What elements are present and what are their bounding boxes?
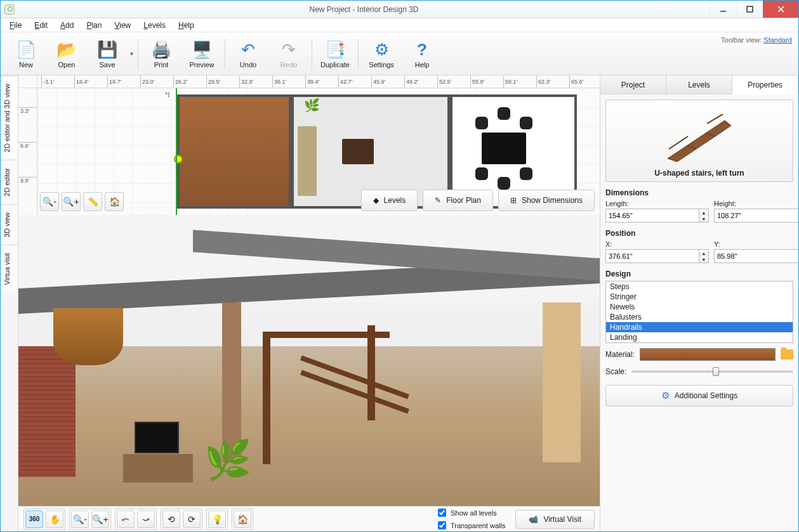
preview-label: Preview (189, 61, 214, 68)
titlebar: New Project - Interior Design 3D (1, 1, 798, 18)
home-button[interactable]: 🏠 (105, 192, 124, 211)
furniture-cabinet[interactable] (342, 139, 374, 164)
undo-button[interactable]: ↶Undo (228, 35, 268, 73)
furniture-chair[interactable] (520, 117, 532, 129)
design-list-item[interactable]: Balusters (606, 312, 793, 322)
transparent-walls-checkbox[interactable]: Transparent walls (435, 519, 505, 531)
showdim-button[interactable]: ⊞Show Dimensions (498, 190, 595, 211)
ruler-vertical[interactable]: 3.3'6.6'9.8' (18, 88, 37, 215)
2d-editor-pane[interactable]: 3.3'6.6'9.8' 🌿 2 (18, 88, 600, 215)
open-button[interactable]: 📂Open (46, 35, 87, 73)
minimize-button[interactable] (710, 1, 736, 18)
menu-plan[interactable]: Plan (81, 20, 107, 31)
additional-settings-button[interactable]: ⚙Additional Settings (605, 385, 793, 406)
pan-button[interactable]: ✋ (46, 510, 63, 528)
show-all-levels-input[interactable] (438, 509, 446, 517)
browse-material-button[interactable] (781, 349, 793, 360)
home-3d-button[interactable]: 🏠 (234, 510, 251, 528)
virtual-visit-button[interactable]: 📹Virtual Visit (515, 510, 595, 529)
show-all-levels-checkbox[interactable]: Show all levels (435, 507, 505, 519)
scale-slider[interactable] (631, 370, 793, 373)
furniture-chair[interactable] (498, 107, 510, 120)
display-options: Show all levels Transparent walls (435, 507, 505, 531)
slider-thumb[interactable] (713, 367, 719, 376)
rotate-ccw-icon: ⤺ (122, 514, 129, 524)
design-parts-list[interactable]: StepsStringerNewelsBalustersHandrailsLan… (605, 281, 793, 343)
tab-virtual-visit[interactable]: Virtua visit (1, 245, 18, 293)
save-button[interactable]: 💾Save (87, 35, 128, 73)
panel-tab-properties[interactable]: Properties (732, 75, 798, 94)
tab-2d-editor[interactable]: 2D editor (1, 160, 18, 204)
ruler-tick: 29.5' (206, 75, 220, 88)
furniture-plant[interactable]: 🌿 (304, 98, 320, 113)
panel-tab-project[interactable]: Project (600, 75, 666, 94)
furniture-chair[interactable] (475, 167, 488, 180)
redo-button[interactable]: ↷Redo (268, 35, 309, 73)
menu-help[interactable]: Help (173, 20, 199, 31)
menu-edit[interactable]: Edit (29, 20, 53, 31)
spin-down-icon[interactable]: ▼ (699, 256, 708, 263)
maximize-button[interactable] (736, 1, 763, 18)
tab-3d-view[interactable]: 3D view (1, 204, 18, 245)
menu-file[interactable]: File (4, 20, 27, 31)
orbit360-button[interactable]: 360 (25, 510, 43, 528)
menu-view[interactable]: View (109, 20, 136, 31)
menubar: File Edit Add Plan View Levels Help (1, 18, 798, 32)
zoom-out-3d-button[interactable]: 🔍- (71, 510, 89, 528)
preview-button[interactable]: 🖥️Preview (182, 35, 222, 73)
rotate-cw-button[interactable]: ⤻ (137, 510, 155, 528)
close-button[interactable] (763, 1, 798, 18)
height-input[interactable]: ▲▼ (714, 209, 798, 223)
tilt-down-button[interactable]: ⟳ (183, 510, 201, 528)
settings-button[interactable]: ⚙Settings (361, 35, 402, 73)
menu-add[interactable]: Add (55, 20, 79, 31)
furniture-chair[interactable] (475, 117, 488, 129)
y-input[interactable]: ▲▼ (714, 249, 798, 263)
panel-tab-levels[interactable]: Levels (666, 75, 732, 94)
levels-button[interactable]: ◆Levels (361, 190, 418, 211)
menu-levels[interactable]: Levels (138, 20, 171, 31)
floorplan-button[interactable]: ✎Floor Plan (423, 190, 493, 211)
zoom-in-button[interactable]: 🔍+ (62, 192, 81, 211)
transparent-walls-input[interactable] (438, 521, 446, 529)
save-dropdown[interactable]: ▾ (128, 35, 135, 73)
tab-2d-3d[interactable]: 2D editor and 3D view (1, 75, 18, 160)
zoom-out-icon: 🔍- (43, 197, 56, 207)
x-input[interactable]: ▲▼ (605, 249, 709, 263)
new-button[interactable]: 📄New (6, 35, 46, 73)
lighting-group: 💡 (206, 509, 228, 530)
spin-down-icon[interactable]: ▼ (699, 216, 708, 222)
design-list-item[interactable]: Landing (606, 332, 793, 342)
furniture-sofa[interactable] (298, 126, 317, 196)
measure-button[interactable]: 📏 (83, 192, 102, 211)
spin-up-icon[interactable]: ▲ (699, 250, 708, 256)
toolbar-view-link[interactable]: Standard (763, 36, 792, 44)
furniture-chair[interactable] (520, 167, 532, 180)
design-list-item[interactable]: Stringer (606, 292, 793, 302)
zoom-out-button[interactable]: 🔍- (40, 192, 59, 211)
print-button[interactable]: 🖨️Print (141, 35, 182, 73)
furniture-tv (135, 422, 179, 453)
design-list-item[interactable]: Steps (606, 282, 793, 292)
lighting-button[interactable]: 💡 (208, 510, 226, 528)
material-swatch[interactable] (640, 348, 776, 361)
duplicate-button[interactable]: 📑Duplicate (315, 35, 355, 73)
furniture-chair[interactable] (498, 177, 510, 190)
svg-rect-1 (747, 6, 753, 12)
length-input[interactable]: ▲▼ (605, 209, 709, 223)
design-list-item[interactable]: Newels (606, 302, 793, 312)
ruler-tick: 62.3' (536, 75, 550, 88)
spin-up-icon[interactable]: ▲ (699, 209, 708, 216)
furniture-table[interactable] (482, 133, 526, 164)
help-button[interactable]: ?Help (402, 35, 442, 73)
zoom-in-3d-button[interactable]: 🔍+ (91, 510, 109, 528)
tilt-up-button[interactable]: ⟲ (162, 510, 180, 528)
ruler-h-track[interactable]: -3.1'16.4'19.7'23.0'26.2'29.5'32.8'36.1'… (37, 75, 600, 88)
rotate-ccw-button[interactable]: ⤺ (117, 510, 135, 528)
guide-line-vertical[interactable] (176, 88, 177, 215)
3d-view-pane[interactable]: 🌿 (18, 215, 600, 506)
zoom-in-icon: 🔍+ (92, 514, 108, 524)
additional-settings-label: Additional Settings (675, 391, 737, 400)
design-list-item[interactable]: Handrails (606, 322, 793, 332)
height-label: Height: (714, 200, 798, 207)
